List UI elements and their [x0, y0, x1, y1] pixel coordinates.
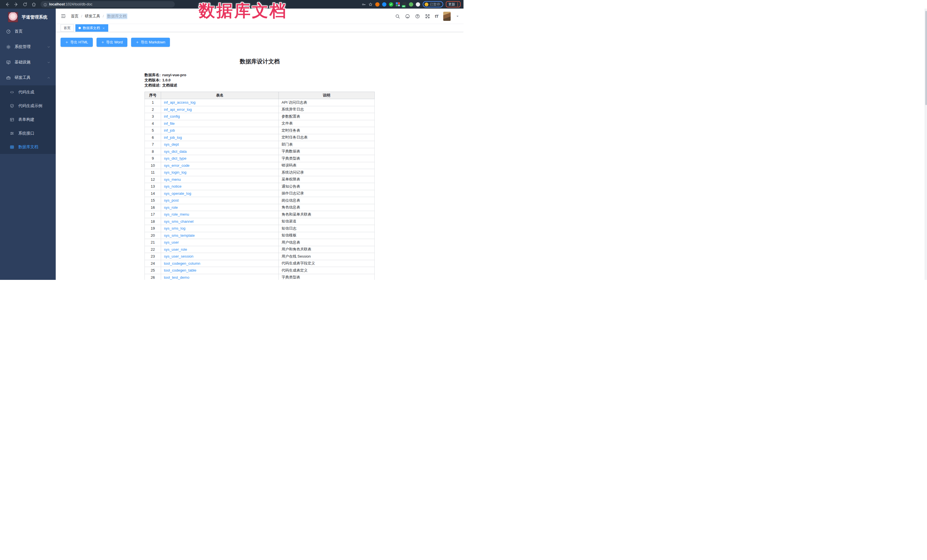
cell-seq: 20 [145, 232, 161, 239]
extension-grid-icon[interactable] [396, 2, 400, 6]
cell-seq: 8 [145, 148, 161, 155]
extension-orange-icon[interactable] [375, 2, 380, 6]
cell-description: 通知公告表 [279, 183, 375, 190]
export-button-2[interactable]: 导出 Markdown [131, 38, 170, 47]
extension-leaf-icon[interactable] [409, 2, 413, 6]
forward-icon[interactable] [14, 2, 18, 7]
logo-avatar [8, 12, 18, 22]
cell-seq: 14 [145, 190, 161, 197]
cell-seq: 11 [145, 169, 161, 176]
breadcrumb-separator: / [81, 14, 82, 18]
cell-table-name: sys_operate_log [161, 190, 279, 197]
paused-label: 已暂停 [430, 2, 440, 7]
meta-value: 文档描述 [162, 83, 177, 87]
table-name-link[interactable]: sys_user_role [164, 247, 187, 252]
table-name-link[interactable]: sys_menu [164, 178, 181, 182]
table-name-link[interactable]: sys_sms_channel [164, 219, 193, 224]
cell-seq: 24 [145, 260, 161, 267]
cell-seq: 12 [145, 176, 161, 183]
table-name-link[interactable]: inf_job_log [164, 135, 182, 140]
table-name-link[interactable]: tool_codegen_table [164, 268, 196, 272]
cell-table-name: sys_dict_data [161, 148, 279, 155]
cell-seq: 13 [145, 183, 161, 190]
table-name-link[interactable]: sys_login_log [164, 170, 187, 175]
table-name-link[interactable]: sys_user_session [164, 254, 193, 258]
table-name-link[interactable]: sys_role_menu [164, 212, 189, 217]
submenu-item-0[interactable]: 代码生成 [0, 85, 56, 99]
table-name-link[interactable]: sys_operate_log [164, 191, 191, 196]
table-name-link[interactable]: sys_sms_log [164, 226, 185, 231]
help-icon[interactable] [415, 14, 420, 19]
export-button-1[interactable]: 导出 Word [97, 38, 128, 47]
home-icon[interactable] [31, 2, 36, 7]
table-row: 22sys_user_role用户和角色关联表 [145, 246, 375, 253]
sidebar-item-2[interactable]: 基础设施 [0, 55, 56, 70]
submenu-item-3[interactable]: 系统接口 [0, 126, 56, 140]
table-row: 23sys_user_session用户在线 Session [145, 253, 375, 260]
table-name-link[interactable]: sys_dept [164, 142, 179, 147]
submenu-item-2[interactable]: 表单构建 [0, 113, 56, 126]
table-name-link[interactable]: tool_test_demo [164, 275, 189, 279]
cell-table-name: inf_api_error_log [161, 106, 279, 113]
github-icon[interactable] [405, 14, 410, 19]
extension-puzzle-icon[interactable] [416, 2, 420, 6]
cell-seq: 21 [145, 239, 161, 246]
cell-description: 用户和角色关联表 [279, 246, 375, 253]
site-info-icon[interactable] [43, 3, 47, 6]
cell-table-name: sys_login_log [161, 169, 279, 176]
extension-dark-icon[interactable]: on [403, 2, 406, 6]
user-avatar[interactable] [443, 12, 451, 21]
table-name-link[interactable]: tool_codegen_column [164, 261, 200, 266]
tab-1[interactable]: 数据库文档 [75, 24, 108, 32]
sidebar-item-0[interactable]: 首页 [0, 24, 56, 39]
font-size-icon[interactable]: tT [435, 14, 438, 18]
browser-update-button[interactable]: 更新 [446, 1, 460, 8]
breadcrumb-item-0[interactable]: 首页 [71, 14, 79, 19]
profile-paused-pill[interactable]: 已暂停 [422, 1, 443, 8]
table-name-link[interactable]: inf_config [164, 114, 180, 118]
back-icon[interactable] [5, 2, 10, 7]
table-name-link[interactable]: sys_error_code [164, 163, 190, 168]
submenu-item-4[interactable]: 数据库文档 [0, 140, 56, 154]
bookmark-star-icon[interactable] [368, 2, 373, 6]
extension-blue-drop-icon[interactable] [382, 2, 386, 6]
table-name-link[interactable]: sys_role [164, 205, 178, 209]
tab-close-icon[interactable] [102, 27, 105, 29]
reload-icon[interactable] [23, 2, 27, 7]
table-row: 26tool_test_demo字典类型表 [145, 274, 375, 280]
app-logo[interactable]: 芋道管理系统 [0, 9, 56, 23]
fullscreen-icon[interactable] [425, 14, 430, 19]
user-menu-caret-icon[interactable] [456, 14, 459, 18]
sidebar-item-label: 系统管理 [15, 44, 30, 49]
cell-table-name: sys_user [161, 239, 279, 246]
table-name-link[interactable]: inf_api_error_log [164, 107, 192, 112]
tab-0[interactable]: 首页 [61, 24, 74, 32]
browser-menu-icon[interactable] [457, 3, 458, 6]
sidebar-item-3[interactable]: 研发工具 [0, 70, 56, 85]
cell-table-name: sys_user_role [161, 246, 279, 253]
extension-green-check-icon[interactable]: ✓ [389, 2, 393, 6]
table-name-link[interactable]: sys_sms_template [164, 233, 195, 238]
search-icon[interactable] [395, 14, 400, 19]
table-name-link[interactable]: sys_post [164, 198, 178, 202]
table-row: 24tool_codegen_column代码生成表字段定义 [145, 260, 375, 267]
export-button-0[interactable]: 导出 HTML [61, 38, 93, 47]
sidebar-item-1[interactable]: 系统管理 [0, 39, 56, 55]
submenu-item-1[interactable]: 代码生成示例 [0, 99, 56, 113]
url-text: localhost:1024/tool/db-doc [49, 2, 92, 6]
table-name-link[interactable]: sys_user [164, 240, 179, 244]
dashboard-icon [6, 29, 11, 34]
chevron-down-icon [47, 61, 50, 64]
table-name-link[interactable]: inf_api_access_log [164, 100, 196, 105]
table-name-link[interactable]: sys_dict_type [164, 156, 187, 161]
table-name-link[interactable]: inf_file [164, 121, 175, 126]
plus-icon [101, 41, 105, 44]
key-icon[interactable] [362, 2, 366, 6]
table-name-link[interactable]: inf_job [164, 128, 175, 132]
sidebar-menu: 首页系统管理基础设施研发工具代码生成代码生成示例表单构建系统接口数据库文档 [0, 24, 56, 154]
breadcrumb-item-1[interactable]: 研发工具 [85, 14, 100, 19]
table-name-link[interactable]: sys_dict_data [164, 149, 187, 154]
collapse-sidebar-icon[interactable] [61, 14, 66, 19]
url-bar[interactable]: localhost:1024/tool/db-doc [41, 1, 175, 8]
table-name-link[interactable]: sys_notice [164, 184, 181, 188]
